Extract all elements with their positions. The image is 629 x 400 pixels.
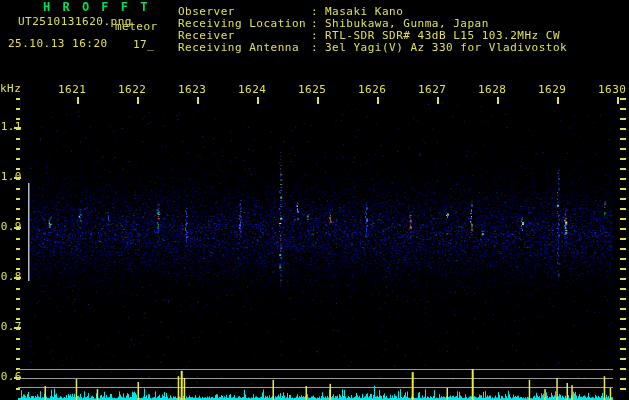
field-separator: : — [311, 18, 318, 29]
time-tick-label: 1623 — [178, 84, 207, 95]
field-label-receiver: Receiver — [178, 30, 235, 41]
field-separator: : — [311, 6, 318, 17]
freq-tick-label: 0.9 — [0, 221, 22, 232]
time-tick-label: 1625 — [298, 84, 327, 95]
time-tick-label: 1624 — [238, 84, 267, 95]
time-tick-label: 1627 — [418, 84, 447, 95]
freq-axis-unit-label: kHz — [0, 83, 21, 94]
counter-label: 17_ — [133, 39, 154, 50]
time-tick-label: 1630 — [598, 84, 627, 95]
field-label-observer: Observer — [178, 6, 235, 17]
field-label-location: Receiving Location — [178, 18, 306, 29]
observation-mode-label: meteor — [115, 21, 158, 32]
app-title: H R O F F T — [43, 2, 150, 13]
field-value-observer: Masaki Kano — [325, 6, 403, 17]
field-value-receiver: RTL-SDR SDR# 43dB L15 103.2MHz CW — [325, 30, 560, 41]
field-separator: : — [311, 42, 318, 53]
spectrogram-canvas — [0, 0, 629, 400]
field-label-antenna: Receiving Antenna — [178, 42, 299, 53]
time-tick-label: 1628 — [478, 84, 507, 95]
field-value-location: Shibukawa, Gunma, Japan — [325, 18, 489, 29]
freq-tick-label: 0.7 — [0, 321, 22, 332]
field-separator: : — [311, 30, 318, 41]
freq-tick-label: 0.8 — [0, 271, 22, 282]
time-tick-label: 1626 — [358, 84, 387, 95]
time-tick-label: 1622 — [118, 84, 147, 95]
freq-tick-label: 1.1 — [0, 121, 22, 132]
datetime-label: 25.10.13 16:20 — [8, 38, 108, 49]
time-tick-label: 1629 — [538, 84, 567, 95]
time-tick-label: 1621 — [58, 84, 87, 95]
field-value-antenna: 3el Yagi(V) Az 330 for Vladivostok — [325, 42, 567, 53]
hrofft-screen: H R O F F T UT2510131620.png meteor 25.1… — [0, 0, 629, 400]
freq-tick-label: 1.0 — [0, 171, 22, 182]
freq-tick-label: 0.6 — [0, 371, 22, 382]
